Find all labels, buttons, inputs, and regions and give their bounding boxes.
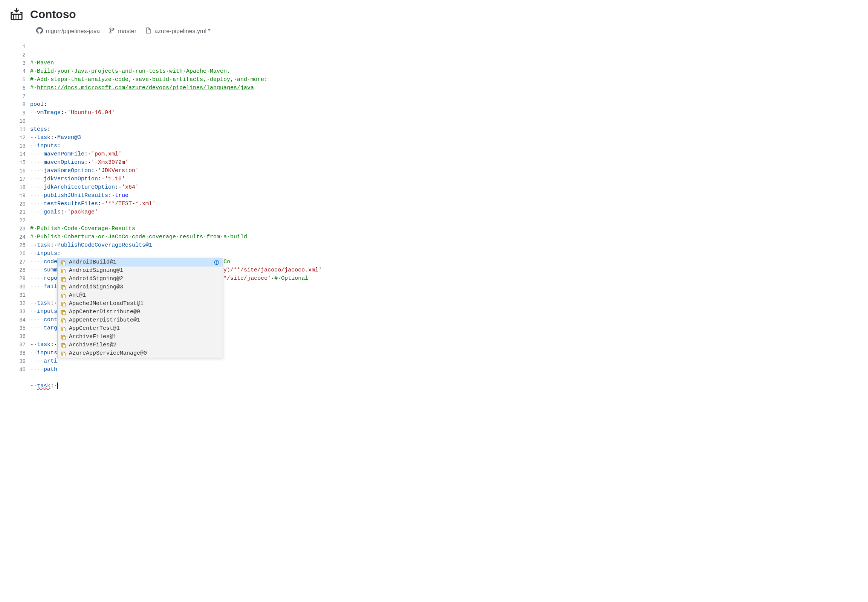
autocomplete-item[interactable]: AppCenterDistribute@1 <box>58 316 223 324</box>
line-number: 8 <box>9 100 26 109</box>
snippet-icon <box>61 317 67 323</box>
line-number: 3 <box>9 59 26 68</box>
breadcrumb-repo-text: nigurr/pipelines-java <box>46 28 100 35</box>
line-number: 37 <box>9 341 26 349</box>
autocomplete-item[interactable]: AppCenterDistribute@0 <box>58 308 223 316</box>
svg-rect-20 <box>63 311 66 315</box>
autocomplete-item[interactable]: AndroidSigning@1 <box>58 267 223 275</box>
autocomplete-item[interactable]: AndroidSigning@2 <box>58 275 223 283</box>
code-line[interactable] <box>30 217 868 225</box>
autocomplete-item[interactable]: AzureAppServiceManage@0 <box>58 349 223 358</box>
autocomplete-item[interactable]: ArchiveFiles@2 <box>58 341 223 349</box>
line-number: 30 <box>9 283 26 291</box>
code-line[interactable]: pool: <box>30 100 868 109</box>
autocomplete-item[interactable]: AndroidSigning@3 <box>58 283 223 292</box>
snippet-icon <box>61 260 67 266</box>
autocomplete-label: AppCenterDistribute@0 <box>69 308 140 316</box>
code-line[interactable] <box>30 117 868 125</box>
line-number: 31 <box>9 291 26 299</box>
breadcrumb-branch[interactable]: master <box>109 28 136 35</box>
code-line[interactable]: ··inputs: <box>30 142 868 150</box>
code-line[interactable]: #·Build·your·Java·projects·and·run·tests… <box>30 68 868 76</box>
code-line[interactable]: -·task:·Maven@3 <box>30 134 868 142</box>
code-line[interactable]: ····path <box>30 366 868 374</box>
svg-rect-5 <box>63 262 66 265</box>
info-icon[interactable] <box>214 260 220 266</box>
code-line[interactable]: #·Publish·Code·Coverage·Results <box>30 225 868 233</box>
autocomplete-label: AppCenterTest@1 <box>69 324 120 333</box>
code-line[interactable]: #·Maven <box>30 59 868 68</box>
line-number: 25 <box>9 241 26 250</box>
line-number: 12 <box>9 134 26 142</box>
code-line[interactable]: ····publishJUnitResults:·true <box>30 192 868 200</box>
code-line[interactable]: ····javaHomeOption:·'JDKVersion' <box>30 167 868 175</box>
line-number: 1 <box>9 43 26 51</box>
breadcrumb-repo[interactable]: nigurr/pipelines-java <box>36 27 100 35</box>
line-number: 33 <box>9 307 26 316</box>
autocomplete-item[interactable]: AppCenterTest@1 <box>58 324 223 333</box>
code-line[interactable]: ····testResultsFiles:·'**/TEST-*.xml' <box>30 200 868 208</box>
code-editor[interactable]: 1234567891011121314151617181920212223242… <box>9 40 868 409</box>
autocomplete-label: AzureAppServiceManage@0 <box>69 349 147 358</box>
svg-rect-30 <box>63 353 66 356</box>
line-number: 2 <box>9 51 26 59</box>
line-number: 11 <box>9 125 26 134</box>
svg-rect-0 <box>11 14 22 20</box>
autocomplete-item[interactable]: AndroidBuild@1 <box>58 258 223 267</box>
autocomplete-label: AppCenterDistribute@1 <box>69 316 140 324</box>
code-line[interactable]: steps: <box>30 125 868 134</box>
code-line[interactable]: ····goals:·'package' <box>30 208 868 217</box>
code-line[interactable]: -·task:·PublishCodeCoverageResults@1 <box>30 241 868 250</box>
line-number: 17 <box>9 175 26 183</box>
file-icon <box>145 28 151 35</box>
svg-point-2 <box>109 32 111 33</box>
snippet-icon <box>61 268 67 274</box>
code-line[interactable]: #·Publish·Cobertura·or·JaCoCo·code·cover… <box>30 233 868 241</box>
autocomplete-label: AndroidSigning@2 <box>69 275 123 283</box>
svg-rect-12 <box>63 278 66 282</box>
code-line[interactable]: ····mavenPomFile:·'pom.xml' <box>30 150 868 158</box>
code-line[interactable]: ····arti <box>30 357 868 366</box>
autocomplete-label: ArchiveFiles@1 <box>69 333 116 341</box>
code-line[interactable]: -·task:· <box>30 382 868 390</box>
pipeline-logo-icon <box>9 7 24 22</box>
autocomplete-item[interactable]: Ant@1 <box>58 292 223 300</box>
autocomplete-item[interactable]: ApacheJMeterLoadTest@1 <box>58 300 223 308</box>
autocomplete-item[interactable]: ArchiveFiles@1 <box>58 333 223 341</box>
code-line[interactable] <box>30 374 868 382</box>
github-icon <box>36 27 43 35</box>
code-line[interactable]: #·Add·steps·that·analyze·code,·save·buil… <box>30 76 868 84</box>
autocomplete-label: AndroidSigning@1 <box>69 267 123 275</box>
code-line[interactable]: ····jdkArchitectureOption:·'x64' <box>30 183 868 192</box>
breadcrumb-file[interactable]: azure-pipelines.yml * <box>145 28 211 35</box>
line-number: 5 <box>9 76 26 84</box>
line-number: 7 <box>9 92 26 100</box>
code-line[interactable]: ··vmImage:·'Ubuntu·16.04' <box>30 109 868 117</box>
autocomplete-label: Ant@1 <box>69 292 86 300</box>
code-line[interactable]: #·https://docs.microsoft.com/azure/devop… <box>30 84 868 92</box>
snippet-icon <box>61 276 67 282</box>
snippet-icon <box>61 334 67 340</box>
code-line[interactable]: ····mavenOptions:·'-Xmx3072m' <box>30 158 868 167</box>
code-line[interactable]: ····jdkVersionOption:·'1.10' <box>30 175 868 183</box>
line-number: 23 <box>9 225 26 233</box>
code-line[interactable] <box>30 92 868 100</box>
autocomplete-label: AndroidBuild@1 <box>69 258 116 267</box>
line-number: 36 <box>9 332 26 341</box>
svg-rect-22 <box>63 319 66 323</box>
code-line[interactable]: ··inputs: <box>30 250 868 258</box>
line-number: 40 <box>9 366 26 374</box>
branch-icon <box>109 28 115 35</box>
line-number: 32 <box>9 299 26 307</box>
line-number: 18 <box>9 183 26 192</box>
line-number: 16 <box>9 167 26 175</box>
snippet-icon <box>61 326 67 332</box>
line-number: 22 <box>9 217 26 225</box>
line-number: 27 <box>9 258 26 266</box>
header: Contoso <box>0 0 868 25</box>
breadcrumb-branch-text: master <box>118 28 136 35</box>
autocomplete-popup[interactable]: AndroidBuild@1AndroidSigning@1AndroidSig… <box>57 258 223 358</box>
code-area[interactable]: #·Maven#·Build·your·Java·projects·and·ru… <box>30 40 868 409</box>
line-number: 38 <box>9 349 26 357</box>
svg-point-3 <box>112 28 114 30</box>
